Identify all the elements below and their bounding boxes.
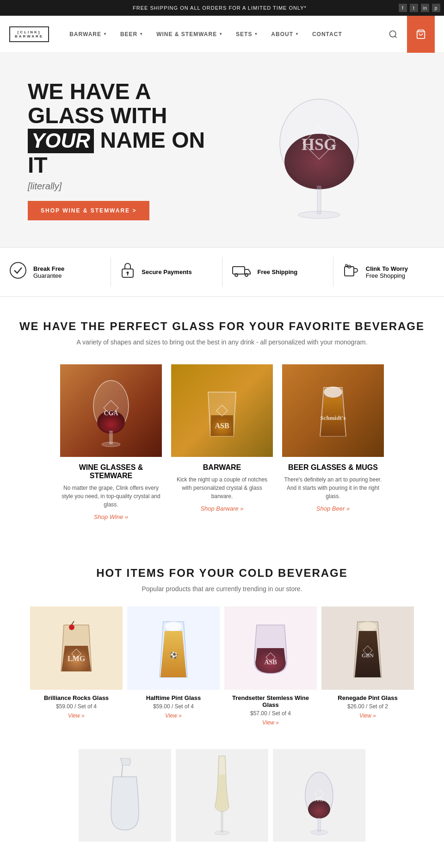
feature-break-free-text: Break Free Guarantee [33, 265, 64, 279]
product-stemless-wine: ASB Trendsetter Stemless Wine Glass $57.… [224, 606, 317, 726]
svg-point-27 [324, 387, 342, 398]
bottom-product-2 [176, 749, 268, 842]
svg-point-46 [311, 830, 327, 835]
svg-line-40 [122, 765, 123, 777]
svg-text:HSG: HSG [302, 135, 337, 154]
nav-barware[interactable]: BARWARE ▼ [63, 26, 114, 42]
section2-subtitle: Popular products that are currently tren… [9, 585, 435, 593]
category-barware-title: BARWARE [171, 463, 273, 472]
hero-image: HSG [222, 71, 416, 229]
product-stemless-wine-image: ASB [224, 606, 317, 690]
svg-rect-41 [221, 812, 223, 832]
product-pint-glass-price: $59.00 / Set of 4 [127, 703, 220, 710]
svg-text:ASB: ASB [215, 422, 229, 430]
feature-title: Break Free [33, 265, 64, 272]
checkmark-icon [9, 262, 27, 282]
svg-point-9 [10, 262, 26, 278]
svg-text:Schmidt's: Schmidt's [321, 414, 346, 421]
product-rocks-glass-image: LMG [30, 606, 123, 690]
svg-point-42 [215, 831, 229, 835]
svg-line-1 [395, 36, 397, 37]
product-rocks-glass: LMG Brilliance Rocks Glass $59.00 / Set … [30, 606, 123, 726]
category-wine-link[interactable]: Shop Wine » [60, 513, 162, 520]
svg-text:CGA: CGA [104, 410, 118, 417]
category-beer-image: Schmidt's [282, 364, 384, 457]
svg-point-6 [298, 211, 340, 219]
hero-section: WE HAVE A GLASS WITH YOUR NAME ON IT [li… [0, 53, 444, 247]
product-stemless-wine-title: Trendsetter Stemless Wine Glass [224, 694, 317, 708]
logo-sub: BARWARE [15, 34, 43, 38]
search-button[interactable] [379, 16, 407, 53]
feature-title: Free Shipping [258, 269, 298, 275]
feature-free-shipping-text: Free Shipping [258, 269, 298, 275]
nav-sets[interactable]: SETS ▼ [229, 26, 265, 42]
product-renegade-pint-title: Renegade Pint Glass [321, 694, 414, 701]
category-wine: CGA WINE GLASSES & STEMWARE No matter th… [60, 364, 162, 520]
svg-point-33 [165, 622, 182, 631]
cart-button[interactable] [407, 16, 435, 53]
nav-about[interactable]: ABOUT ▼ [265, 26, 306, 42]
chevron-down-icon: ▼ [139, 32, 143, 36]
hero-text: WE HAVE A GLASS WITH YOUR NAME ON IT [li… [28, 80, 222, 221]
bottom-product-1 [79, 749, 171, 842]
product-rocks-glass-link[interactable]: View » [30, 712, 123, 719]
svg-line-32 [72, 621, 74, 624]
nav-beer[interactable]: BEER ▼ [114, 26, 150, 42]
product-renegade-pint-image: GBN [321, 606, 414, 690]
svg-point-37 [359, 622, 376, 631]
feature-break-free: Break Free Guarantee [0, 257, 111, 287]
product-renegade-pint: GBN Renegade Pint Glass $26.00 / Set of … [321, 606, 414, 726]
feature-subtitle: Free Shopping [366, 272, 408, 279]
category-barware-image: ASB [171, 364, 273, 457]
feature-subtitle: Guarantee [33, 272, 64, 279]
top-banner: FREE SHIPPING ON ALL ORDERS FOR A LIMITE… [0, 0, 444, 16]
category-wine-desc: No matter the grape, Clink offers every … [60, 484, 162, 509]
categories-grid: CGA WINE GLASSES & STEMWARE No matter th… [0, 350, 444, 543]
svg-text:AG: AG [314, 796, 324, 803]
section2-title: HOT ITEMS FOR YOUR COLD BEVERAGE [9, 567, 435, 580]
feature-secure-payments-text: Secure Payments [142, 269, 191, 275]
bottom-product-3: AG [273, 749, 365, 842]
product-stemless-wine-price: $57.00 / Set of 4 [224, 710, 317, 717]
hero-your: YOUR [28, 129, 94, 153]
bottom-row: AG [0, 749, 444, 865]
nav-wine-stemware[interactable]: WINE & STEMWARE ▼ [150, 26, 229, 42]
truck-icon [232, 263, 251, 281]
chevron-down-icon: ▼ [219, 32, 223, 36]
main-nav: BARWARE ▼ BEER ▼ WINE & STEMWARE ▼ SETS … [63, 26, 379, 42]
header-icons [379, 16, 435, 53]
section2-heading: HOT ITEMS FOR YOUR COLD BEVERAGE Popular… [0, 543, 444, 597]
category-barware-desc: Kick the night up a couple of notches wi… [171, 475, 273, 500]
twitter-icon[interactable]: t [410, 4, 418, 12]
hero-cta-button[interactable]: SHOP WINE & STEMWARE > [28, 201, 149, 220]
svg-point-22 [102, 442, 120, 447]
product-rocks-glass-price: $59.00 / Set of 4 [30, 703, 123, 710]
svg-point-18 [345, 264, 347, 266]
social-icons: f t in p [399, 4, 440, 12]
nav-contact[interactable]: CONTACT [306, 26, 349, 42]
logo[interactable]: [CLINK] BARWARE [9, 26, 49, 42]
product-pint-glass-title: Halftime Pint Glass [127, 694, 220, 701]
svg-point-11 [127, 272, 129, 274]
product-pint-glass-image: ⚽ [127, 606, 220, 690]
product-pint-glass-link[interactable]: View » [127, 712, 220, 719]
product-stemless-wine-link[interactable]: View » [224, 719, 317, 726]
hot-items-grid: LMG Brilliance Rocks Glass $59.00 / Set … [0, 597, 444, 749]
features-bar: Break Free Guarantee Secure Payments [0, 247, 444, 297]
hero-literally: [literally] [28, 181, 222, 192]
lock-icon [120, 262, 135, 282]
chevron-down-icon: ▼ [103, 32, 107, 36]
instagram-icon[interactable]: in [421, 4, 429, 12]
feature-worry-free: Clink To Worry Free Shopping [333, 257, 444, 287]
product-pint-glass: ⚽ Halftime Pint Glass $59.00 / Set of 4 … [127, 606, 220, 726]
pinterest-icon[interactable]: p [432, 4, 440, 12]
product-renegade-pint-link[interactable]: View » [321, 712, 414, 719]
category-beer-link[interactable]: Shop Beer » [282, 505, 384, 512]
category-barware-link[interactable]: Shop Barware » [171, 505, 273, 512]
category-wine-image: CGA [60, 364, 162, 457]
facebook-icon[interactable]: f [399, 4, 407, 12]
hero-wine-glass-svg: HSG [266, 71, 372, 229]
category-beer-desc: There's definitely an art to pouring bee… [282, 475, 384, 500]
svg-point-0 [390, 31, 396, 37]
product-rocks-glass-title: Brilliance Rocks Glass [30, 694, 123, 701]
